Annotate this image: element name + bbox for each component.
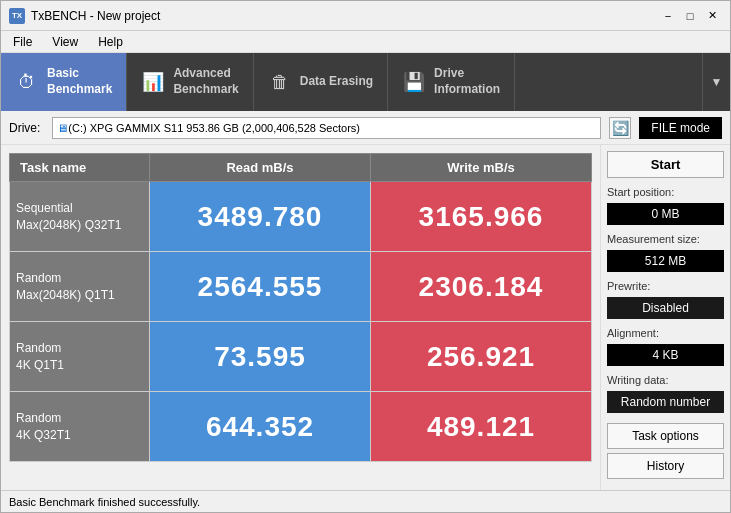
close-button[interactable]: ✕ [702,8,722,24]
task-name-cell: Random Max(2048K) Q1T1 [10,252,150,322]
drive-select[interactable]: 🖥 (C:) XPG GAMMIX S11 953.86 GB (2,000,4… [52,117,601,139]
read-value: 3489.780 [198,201,323,232]
maximize-button[interactable]: □ [680,8,700,24]
write-value-cell: 256.921 [371,322,592,392]
write-value-cell: 489.121 [371,392,592,462]
menu-view[interactable]: View [44,33,86,51]
alignment-value: 4 KB [607,344,724,366]
table-row: Sequential Max(2048K) Q32T13489.7803165.… [10,182,592,252]
task-name-cell: Random 4K Q32T1 [10,392,150,462]
table-row: Random 4K Q32T1644.352489.121 [10,392,592,462]
write-value-cell: 3165.966 [371,182,592,252]
data-erasing-icon: 🗑 [268,70,292,94]
read-value-cell: 3489.780 [150,182,371,252]
tab-data-erasing[interactable]: 🗑 Data Erasing [254,53,388,111]
start-button[interactable]: Start [607,151,724,178]
measurement-size-value: 512 MB [607,250,724,272]
drive-label: Drive: [9,121,40,135]
read-value: 644.352 [206,411,314,442]
drive-refresh-icon[interactable]: 🔄 [609,117,631,139]
read-value: 2564.555 [198,271,323,302]
title-bar: TX TxBENCH - New project − □ ✕ [1,1,730,31]
benchmark-table: Task name Read mB/s Write mB/s Sequentia… [9,153,592,462]
menu-file[interactable]: File [5,33,40,51]
title-bar-left: TX TxBENCH - New project [9,8,160,24]
alignment-label: Alignment: [607,327,724,339]
status-bar: Basic Benchmark finished successfully. [1,490,730,512]
window-controls: − □ ✕ [658,8,722,24]
menu-bar: File View Help [1,31,730,53]
window-title: TxBENCH - New project [31,9,160,23]
write-value: 2306.184 [419,271,544,302]
task-options-button[interactable]: Task options [607,423,724,449]
bench-area: Task name Read mB/s Write mB/s Sequentia… [1,145,600,490]
drive-value: (C:) XPG GAMMIX S11 953.86 GB (2,000,406… [68,122,360,134]
advanced-benchmark-label: Advanced Benchmark [173,66,238,97]
drive-information-icon: 💾 [402,70,426,94]
task-name-cell: Sequential Max(2048K) Q32T1 [10,182,150,252]
writing-data-label: Writing data: [607,374,724,386]
toolbar: ⏱ Basic Benchmark 📊 Advanced Benchmark 🗑… [1,53,730,111]
right-panel: Start Start position: 0 MB Measurement s… [600,145,730,490]
start-position-value: 0 MB [607,203,724,225]
data-erasing-label: Data Erasing [300,74,373,90]
col-read: Read mB/s [150,154,371,182]
col-task-name: Task name [10,154,150,182]
read-value: 73.595 [214,341,306,372]
history-button[interactable]: History [607,453,724,479]
status-text: Basic Benchmark finished successfully. [9,496,200,508]
file-mode-button[interactable]: FILE mode [639,117,722,139]
table-row: Random 4K Q1T173.595256.921 [10,322,592,392]
advanced-benchmark-icon: 📊 [141,70,165,94]
task-name-cell: Random 4K Q1T1 [10,322,150,392]
tab-basic-benchmark[interactable]: ⏱ Basic Benchmark [1,53,127,111]
write-value: 489.121 [427,411,535,442]
minimize-button[interactable]: − [658,8,678,24]
read-value-cell: 73.595 [150,322,371,392]
prewrite-value: Disabled [607,297,724,319]
tab-drive-information[interactable]: 💾 Drive Information [388,53,515,111]
drive-information-label: Drive Information [434,66,500,97]
read-value-cell: 2564.555 [150,252,371,322]
write-value: 3165.966 [419,201,544,232]
app-icon: TX [9,8,25,24]
writing-data-value: Random number [607,391,724,413]
measurement-size-label: Measurement size: [607,233,724,245]
table-row: Random Max(2048K) Q1T12564.5552306.184 [10,252,592,322]
menu-help[interactable]: Help [90,33,131,51]
prewrite-label: Prewrite: [607,280,724,292]
tab-advanced-benchmark[interactable]: 📊 Advanced Benchmark [127,53,253,111]
toolbar-dropdown[interactable]: ▼ [702,53,730,111]
main-content: Task name Read mB/s Write mB/s Sequentia… [1,145,730,490]
write-value-cell: 2306.184 [371,252,592,322]
write-value: 256.921 [427,341,535,372]
drive-row: Drive: 🖥 (C:) XPG GAMMIX S11 953.86 GB (… [1,111,730,145]
basic-benchmark-label: Basic Benchmark [47,66,112,97]
start-position-label: Start position: [607,186,724,198]
read-value-cell: 644.352 [150,392,371,462]
basic-benchmark-icon: ⏱ [15,70,39,94]
col-write: Write mB/s [371,154,592,182]
